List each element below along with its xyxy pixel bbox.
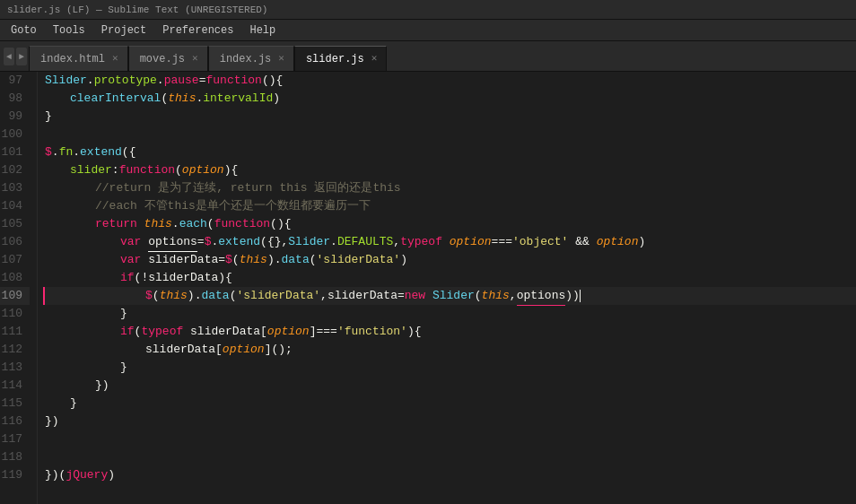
code-line-107: var sliderData=$(this).data('sliderData'…	[45, 251, 856, 269]
line-num-116: 116	[0, 413, 30, 430]
tab-index-html[interactable]: index.html ✕	[29, 46, 128, 71]
line-num-107: 107	[0, 251, 30, 269]
line-num-112: 112	[0, 341, 30, 359]
line-num-117: 117	[0, 430, 30, 448]
tab-move-js[interactable]: move.js ✕	[128, 46, 208, 71]
menu-project[interactable]: Project	[94, 22, 153, 39]
line-num-100: 100	[0, 126, 30, 143]
title-text: slider.js (LF) — Sublime Text (UNREGISTE…	[7, 4, 267, 15]
tab-slider-js[interactable]: slider.js ✕	[294, 46, 387, 71]
tab-label: index.js	[220, 53, 272, 65]
code-line-116: })	[45, 413, 856, 430]
editor-container: 97 98 99 100 101 102 103 104 105 106 107…	[0, 72, 856, 504]
tab-label: index.html	[40, 53, 105, 65]
code-line-118	[45, 448, 856, 466]
code-line-111: if(typeof sliderData[option]==='function…	[45, 323, 856, 341]
line-num-98: 98	[0, 90, 30, 108]
line-num-108: 108	[0, 269, 30, 287]
line-num-114: 114	[0, 377, 30, 395]
line-num-115: 115	[0, 395, 30, 413]
line-num-99: 99	[0, 108, 30, 126]
close-icon[interactable]: ✕	[112, 54, 118, 64]
tab-bar: ◄ ► index.html ✕ move.js ✕ index.js ✕ sl…	[0, 41, 856, 72]
menu-bar: Goto Tools Project Preferences Help	[0, 20, 856, 41]
code-line-103: //return 是为了连续, return this 返回的还是this	[45, 179, 856, 197]
code-line-97: Slider.prototype.pause=function(){	[45, 72, 856, 90]
menu-help[interactable]: Help	[242, 22, 283, 39]
line-num-103: 103	[0, 179, 30, 197]
menu-tools[interactable]: Tools	[46, 22, 92, 39]
code-line-110: }	[45, 305, 856, 323]
menu-preferences[interactable]: Preferences	[155, 22, 240, 39]
code-line-115: }	[45, 395, 856, 413]
code-line-98: clearInterval(this.intervalId)	[45, 90, 856, 108]
line-num-111: 111	[0, 323, 30, 341]
code-line-104: //each 不管this是单个还是一个数组都要遍历一下	[45, 197, 856, 215]
code-line-112: sliderData[option]();	[45, 341, 856, 359]
line-num-110: 110	[0, 305, 30, 323]
code-area[interactable]: Slider.prototype.pause=function(){ clear…	[38, 72, 856, 504]
code-line-113: }	[45, 359, 856, 377]
line-num-105: 105	[0, 215, 30, 233]
tab-label: move.js	[140, 53, 185, 65]
code-line-114: })	[45, 377, 856, 395]
line-num-102: 102	[0, 161, 30, 179]
line-num-109: 109	[0, 287, 30, 305]
menu-goto[interactable]: Goto	[4, 22, 44, 39]
close-icon[interactable]: ✕	[192, 54, 198, 64]
nav-prev[interactable]: ◄	[4, 48, 14, 65]
code-line-108: if(!sliderData){	[45, 269, 856, 287]
code-line-106: var options=$.extend({},Slider.DEFAULTS,…	[45, 233, 856, 251]
code-line-100	[45, 126, 856, 143]
line-num-113: 113	[0, 359, 30, 377]
code-line-102: slider:function(option){	[45, 161, 856, 179]
title-bar: slider.js (LF) — Sublime Text (UNREGISTE…	[0, 0, 856, 20]
tab-index-js[interactable]: index.js ✕	[208, 46, 294, 71]
tab-label: slider.js	[306, 53, 364, 65]
close-icon[interactable]: ✕	[371, 54, 378, 64]
code-line-117	[45, 430, 856, 448]
code-line-101: $.fn.extend({	[45, 143, 856, 161]
nav-next[interactable]: ►	[16, 48, 27, 65]
close-icon[interactable]: ✕	[278, 54, 284, 64]
code-line-99: }	[45, 108, 856, 126]
line-num-97: 97	[0, 72, 30, 90]
line-num-101: 101	[0, 143, 30, 161]
code-line-109: $(this).data('sliderData',sliderData=new…	[43, 287, 856, 305]
line-num-104: 104	[0, 197, 30, 215]
line-num-118: 118	[0, 448, 30, 466]
code-line-105: return this.each(function(){	[45, 215, 856, 233]
line-num-119: 119	[0, 466, 30, 484]
line-num-106: 106	[0, 233, 30, 251]
code-line-119: })(jQuery)	[45, 466, 856, 484]
line-numbers: 97 98 99 100 101 102 103 104 105 106 107…	[0, 72, 38, 504]
nav-arrows: ◄ ►	[4, 48, 27, 65]
